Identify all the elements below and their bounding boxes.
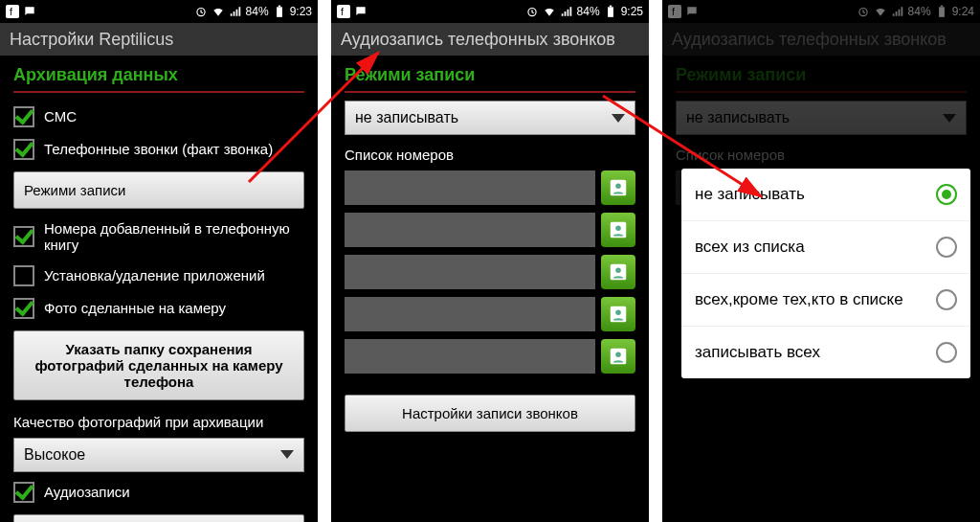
number-input[interactable] <box>345 170 595 205</box>
number-input[interactable] <box>345 255 595 289</box>
contact-picker-button[interactable] <box>601 213 635 247</box>
row-audio[interactable]: Аудиозаписи <box>0 476 318 509</box>
phone-screen-1: f 84% 9:23 Настройки Reptilicus Архиваци… <box>0 0 318 522</box>
row-label: Фото сделанные на камеру <box>44 300 304 316</box>
number-row <box>331 335 649 377</box>
alarm-icon <box>525 5 539 18</box>
contact-picker-button[interactable] <box>601 297 635 331</box>
row-label: Номера добавленный в телефонную книгу <box>44 220 304 254</box>
checkbox-icon[interactable] <box>13 265 34 286</box>
number-input[interactable] <box>345 339 595 374</box>
app-title: Аудиозапись телефонных звонков <box>331 23 649 56</box>
chevron-down-icon <box>280 450 294 459</box>
row-label: Телефонные звонки (факт звонка) <box>44 141 304 157</box>
facebook-icon: f <box>337 5 350 18</box>
row-label: Установка/удаление приложений <box>44 267 304 284</box>
number-row <box>331 251 649 293</box>
svg-point-11 <box>615 183 621 189</box>
option-label: всех,кроме тех,кто в списке <box>695 290 903 309</box>
contact-picker-button[interactable] <box>601 339 635 374</box>
battery-text: 84% <box>246 5 269 18</box>
row-calls[interactable]: Телефонные звонки (факт звонка) <box>0 133 318 166</box>
clock-text: 9:25 <box>621 5 643 18</box>
audio-folder-button[interactable]: Указать папку сохранения аудио <box>13 514 304 523</box>
dialog-option-from-list[interactable]: всех из списка <box>681 221 970 274</box>
svg-rect-8 <box>608 7 613 16</box>
checkbox-icon[interactable] <box>13 482 34 503</box>
checkbox-icon[interactable] <box>13 298 34 319</box>
section-title: Режими записи <box>331 56 649 91</box>
signal-icon <box>560 5 573 18</box>
dialog-option-no-record[interactable]: не записывать <box>681 169 970 221</box>
photo-quality-label: Качество фотографий при архивации <box>0 406 318 434</box>
svg-rect-3 <box>277 7 282 16</box>
clock-text: 9:23 <box>290 5 312 18</box>
numbers-list-label: Список номеров <box>331 139 649 167</box>
status-bar: f 84% 9:25 <box>331 0 649 23</box>
wifi-icon <box>212 5 225 18</box>
recording-mode-dialog: не записывать всех из списка всех,кроме … <box>681 169 970 378</box>
select-value: Высокое <box>24 446 85 464</box>
number-row <box>331 293 649 335</box>
contact-picker-button[interactable] <box>601 170 635 205</box>
option-label: не записывать <box>695 185 805 204</box>
phone-screen-2: f 84% 9:25 Аудиозапись телефонных звонко… <box>331 0 649 522</box>
chevron-down-icon <box>612 114 625 123</box>
checkbox-icon[interactable] <box>13 139 34 160</box>
svg-rect-4 <box>278 6 279 8</box>
phone-screen-3: f 84% 9:24 Аудиозапись телефонных звонко… <box>662 0 980 522</box>
row-label: СМС <box>44 108 304 125</box>
recording-mode-select[interactable]: не записывать <box>345 101 635 135</box>
battery-icon <box>273 5 286 18</box>
call-recording-settings-button[interactable]: Настройки записи звонков <box>345 395 635 432</box>
row-apps[interactable]: Установка/удаление приложений <box>0 260 318 292</box>
photo-quality-select[interactable]: Высокое <box>13 438 304 472</box>
svg-text:f: f <box>10 6 12 17</box>
svg-point-19 <box>615 352 621 357</box>
svg-point-15 <box>615 267 621 273</box>
row-sms[interactable]: СМС <box>0 101 318 133</box>
wifi-icon <box>543 5 556 18</box>
row-label: Аудиозаписи <box>44 484 304 500</box>
status-bar: f 84% 9:23 <box>0 0 318 23</box>
svg-point-17 <box>615 309 621 315</box>
section-underline <box>345 91 635 93</box>
select-value: не записывать <box>355 109 458 126</box>
battery-text: 84% <box>577 5 600 18</box>
radio-icon <box>936 184 957 205</box>
battery-icon <box>604 5 617 18</box>
chat-icon <box>354 5 368 18</box>
radio-icon <box>936 342 957 363</box>
number-input[interactable] <box>345 297 595 331</box>
section-underline <box>13 91 304 93</box>
svg-rect-9 <box>609 6 611 8</box>
checkbox-icon[interactable] <box>13 106 34 127</box>
number-row <box>331 167 649 209</box>
photo-folder-button[interactable]: Указать папку сохранения фотографий сдел… <box>13 330 304 400</box>
number-row <box>331 209 649 251</box>
svg-point-13 <box>615 225 621 231</box>
chat-icon <box>23 5 36 18</box>
number-input[interactable] <box>345 213 595 247</box>
app-title: Настройки Reptilicus <box>0 23 318 56</box>
contact-picker-button[interactable] <box>601 255 635 289</box>
dialog-option-except-list[interactable]: всех,кроме тех,кто в списке <box>681 274 970 327</box>
checkbox-icon[interactable] <box>13 226 34 247</box>
svg-text:f: f <box>341 6 344 17</box>
option-label: всех из списка <box>695 238 805 257</box>
facebook-icon: f <box>6 5 19 18</box>
section-title: Архивация данных <box>0 56 318 91</box>
row-contacts[interactable]: Номера добавленный в телефонную книгу <box>0 215 318 260</box>
signal-icon <box>229 5 242 18</box>
dialog-option-all[interactable]: записывать всех <box>681 327 970 378</box>
row-photos[interactable]: Фото сделанные на камеру <box>0 292 318 325</box>
radio-icon <box>936 289 957 310</box>
radio-icon <box>936 237 957 258</box>
recording-modes-button[interactable]: Режими записи <box>13 171 304 209</box>
option-label: записывать всех <box>695 343 820 362</box>
alarm-icon <box>194 5 208 18</box>
